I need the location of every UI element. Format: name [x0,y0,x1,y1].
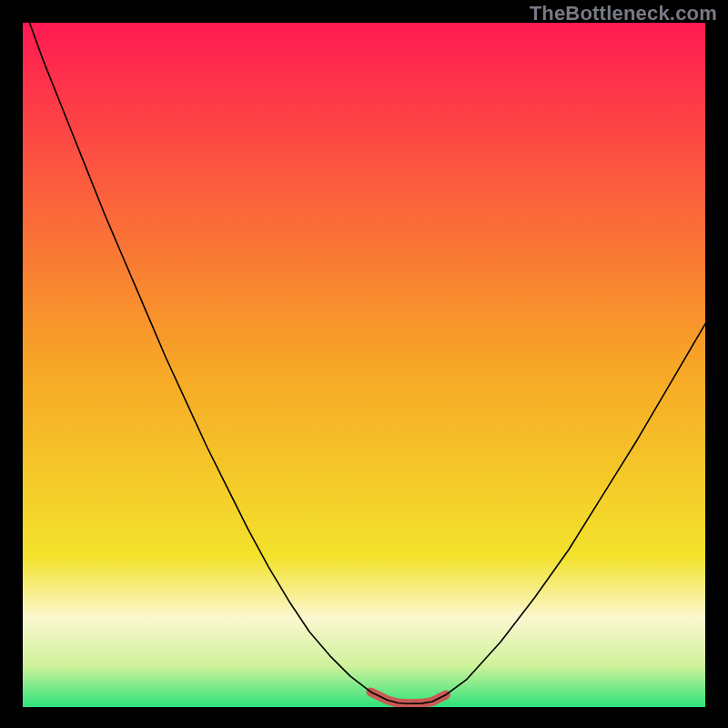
gradient-background [23,23,705,707]
plot-area [23,23,705,707]
watermark-text: TheBottleneck.com [530,2,717,25]
bottleneck-chart [23,23,705,707]
chart-frame: TheBottleneck.com [0,0,728,728]
